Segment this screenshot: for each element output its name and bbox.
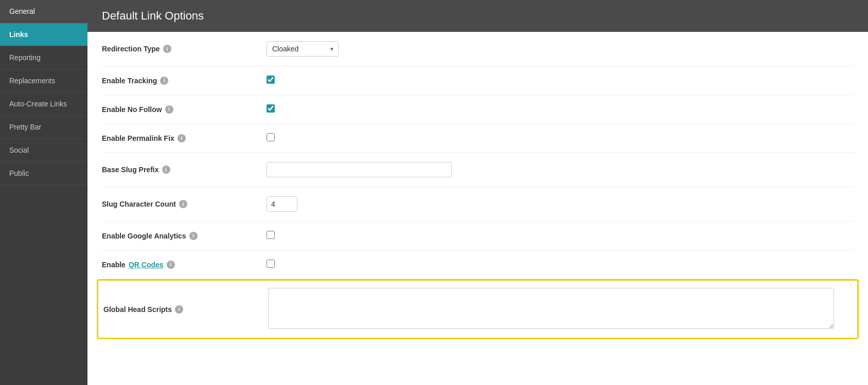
enable-qr-codes-row: Enable QR Codes i bbox=[102, 250, 854, 279]
enable-google-analytics-info-icon[interactable]: i bbox=[189, 232, 198, 240]
qr-codes-link[interactable]: QR Codes bbox=[129, 261, 164, 269]
enable-permalink-fix-row: Enable Permalink Fix i bbox=[102, 124, 854, 153]
enable-tracking-control bbox=[267, 76, 854, 85]
base-slug-prefix-input[interactable] bbox=[267, 162, 452, 177]
enable-no-follow-label: Enable No Follow i bbox=[102, 105, 267, 114]
global-head-scripts-info-icon[interactable]: i bbox=[175, 305, 183, 314]
enable-google-analytics-label: Enable Google Analytics i bbox=[102, 232, 267, 240]
global-head-scripts-control bbox=[268, 288, 852, 331]
sidebar-item-reporting[interactable]: Reporting bbox=[0, 46, 87, 69]
content-area: Redirection Type i Cloaked 301 Redirect … bbox=[87, 32, 868, 385]
slug-character-count-row: Slug Character Count i bbox=[102, 187, 854, 222]
enable-no-follow-checkbox[interactable] bbox=[267, 104, 275, 113]
enable-permalink-fix-info-icon[interactable]: i bbox=[178, 134, 186, 142]
sidebar-item-public[interactable]: Public bbox=[0, 162, 87, 185]
enable-google-analytics-row: Enable Google Analytics i bbox=[102, 222, 854, 250]
sidebar-item-social[interactable]: Social bbox=[0, 139, 87, 162]
global-head-scripts-label: Global Head Scripts i bbox=[103, 305, 268, 314]
slug-character-count-input[interactable] bbox=[267, 196, 297, 212]
page-title: Default Link Options bbox=[102, 9, 854, 23]
redirection-type-select-wrapper: Cloaked 301 Redirect 302 Redirect 307 Re… bbox=[267, 41, 339, 57]
enable-permalink-fix-checkbox[interactable] bbox=[267, 133, 275, 141]
enable-tracking-label: Enable Tracking i bbox=[102, 77, 267, 85]
base-slug-prefix-label: Base Slug Prefix i bbox=[102, 166, 267, 174]
enable-google-analytics-control bbox=[267, 231, 854, 241]
enable-tracking-checkbox[interactable] bbox=[267, 76, 275, 84]
enable-permalink-fix-label: Enable Permalink Fix i bbox=[102, 134, 267, 142]
slug-character-count-control bbox=[267, 196, 854, 212]
enable-no-follow-control bbox=[267, 104, 854, 114]
base-slug-prefix-control bbox=[267, 162, 854, 177]
sidebar-item-auto-create[interactable]: Auto-Create Links bbox=[0, 93, 87, 116]
redirection-type-control: Cloaked 301 Redirect 302 Redirect 307 Re… bbox=[267, 41, 854, 57]
enable-qr-codes-info-icon[interactable]: i bbox=[167, 261, 175, 269]
slug-character-count-label: Slug Character Count i bbox=[102, 200, 267, 208]
redirection-type-label: Redirection Type i bbox=[102, 45, 267, 53]
global-head-scripts-textarea[interactable] bbox=[268, 288, 834, 329]
enable-google-analytics-checkbox[interactable] bbox=[267, 231, 275, 239]
sidebar-item-replacements[interactable]: Replacements bbox=[0, 69, 87, 93]
enable-qr-codes-label: Enable QR Codes i bbox=[102, 261, 267, 269]
sidebar: General Links Reporting Replacements Aut… bbox=[0, 0, 87, 385]
slug-character-count-info-icon[interactable]: i bbox=[179, 200, 187, 208]
redirection-type-row: Redirection Type i Cloaked 301 Redirect … bbox=[102, 32, 854, 66]
enable-permalink-fix-control bbox=[267, 133, 854, 143]
sidebar-item-general[interactable]: General bbox=[0, 0, 87, 23]
enable-tracking-info-icon[interactable]: i bbox=[160, 77, 168, 85]
sidebar-item-pretty-bar[interactable]: Pretty Bar bbox=[0, 116, 87, 139]
base-slug-prefix-info-icon[interactable]: i bbox=[162, 166, 170, 174]
base-slug-prefix-row: Base Slug Prefix i bbox=[102, 153, 854, 187]
main-content: Default Link Options Redirection Type i … bbox=[87, 0, 868, 385]
redirection-type-info-icon[interactable]: i bbox=[163, 45, 171, 53]
redirection-type-select[interactable]: Cloaked 301 Redirect 302 Redirect 307 Re… bbox=[267, 41, 339, 57]
enable-qr-codes-control bbox=[267, 260, 854, 269]
sidebar-item-links[interactable]: Links bbox=[0, 23, 87, 46]
global-head-scripts-row: Global Head Scripts i bbox=[97, 279, 859, 339]
page-title-bar: Default Link Options bbox=[87, 0, 868, 32]
enable-no-follow-info-icon[interactable]: i bbox=[165, 105, 173, 114]
enable-tracking-row: Enable Tracking i bbox=[102, 66, 854, 95]
enable-qr-codes-checkbox[interactable] bbox=[267, 260, 275, 268]
enable-no-follow-row: Enable No Follow i bbox=[102, 95, 854, 124]
